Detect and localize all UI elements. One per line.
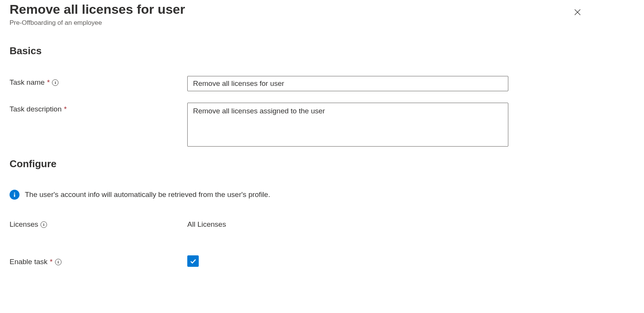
info-banner-text: The user's account info will automatical… bbox=[25, 190, 270, 199]
close-icon bbox=[573, 8, 582, 16]
info-banner: The user's account info will automatical… bbox=[10, 190, 634, 200]
licenses-label: Licenses i bbox=[10, 218, 187, 229]
close-button[interactable] bbox=[570, 5, 585, 21]
enable-task-checkbox[interactable] bbox=[187, 255, 199, 267]
licenses-value: All Licenses bbox=[187, 218, 226, 229]
basics-section-title: Basics bbox=[10, 45, 634, 57]
task-name-input[interactable] bbox=[187, 76, 508, 91]
task-description-input[interactable] bbox=[187, 103, 508, 147]
required-indicator: * bbox=[64, 105, 67, 113]
svg-point-2 bbox=[14, 192, 15, 194]
page-title: Remove all licenses for user bbox=[10, 2, 185, 17]
checkmark-icon bbox=[189, 257, 197, 265]
page-subtitle: Pre-Offboarding of an employee bbox=[10, 19, 185, 27]
enable-task-label: Enable task * i bbox=[10, 255, 187, 266]
configure-section-title: Configure bbox=[10, 158, 634, 170]
task-name-label: Task name * i bbox=[10, 76, 187, 87]
required-indicator: * bbox=[50, 258, 52, 266]
svg-rect-3 bbox=[14, 194, 15, 197]
task-description-label: Task description * bbox=[10, 103, 187, 113]
info-icon[interactable]: i bbox=[55, 259, 62, 265]
info-banner-icon bbox=[10, 190, 19, 200]
required-indicator: * bbox=[47, 78, 50, 87]
info-icon[interactable]: i bbox=[52, 79, 58, 86]
info-icon[interactable]: i bbox=[41, 221, 47, 228]
